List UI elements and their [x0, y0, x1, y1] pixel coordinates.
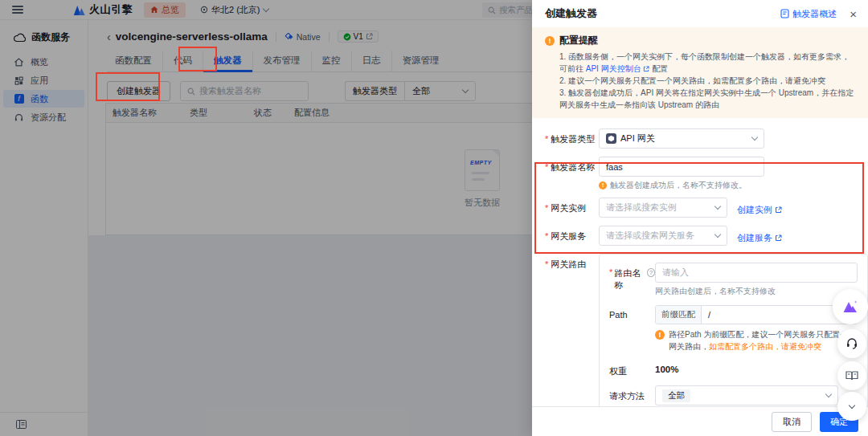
trigger-name-value: faas: [606, 162, 623, 172]
trigger-overview-label: 触发器概述: [792, 8, 837, 20]
notice-line-2: 2. 建议一个网关服务只配置一个网关路由，如需配置多个路由，请避免冲突: [545, 75, 855, 87]
field-method: 请求方法 全部: [609, 385, 858, 405]
path-warning: ! 路径Path 为前缀匹配，建议一个网关服务只配置一个网关路由，如需配置多个路…: [655, 328, 858, 352]
field-trigger-name: 触发器名称 faas ! 触发器创建成功后，名称不支持修改。: [545, 157, 855, 191]
field-label: 网关服务: [545, 226, 599, 246]
field-label: 权重: [609, 361, 655, 377]
warning-icon: !: [545, 36, 555, 46]
path-match-prefix: 前缀匹配: [656, 306, 702, 324]
close-icon[interactable]: ×: [850, 8, 857, 20]
field-label: Path: [609, 305, 655, 352]
field-gateway-route: 网关路由 路由名称 ? 请输入: [545, 254, 855, 406]
trigger-overview-link[interactable]: 触发器概述: [780, 8, 837, 20]
create-service-link[interactable]: 创建服务: [737, 226, 782, 246]
path-warning-emphasis: 如需配置多个路由，请避免冲突: [709, 342, 821, 351]
trigger-form: 触发器类型 API 网关 触发器名称: [532, 118, 868, 406]
chevron-down-icon: [714, 231, 721, 238]
gateway-route-group: 路由名称 ? 请输入 网关路由创建后，名称不支持修改: [599, 254, 868, 406]
warning-icon: !: [599, 181, 607, 189]
question-circle-icon[interactable]: ?: [647, 268, 655, 277]
notice-title: 配置提醒: [559, 34, 598, 47]
ai-assistant-button[interactable]: [833, 289, 868, 324]
route-name-placeholder: 请输入: [662, 267, 689, 279]
gateway-instance-select[interactable]: 请选择或搜索实例: [599, 198, 727, 218]
create-trigger-drawer: 创建触发器 触发器概述 × ! 配置提醒 1. 函数服务侧，一个网关实例下，每个…: [532, 0, 868, 436]
field-gateway-instance: 网关实例 请选择或搜索实例 创建实例: [545, 198, 855, 218]
method-tag: 全部: [662, 389, 690, 402]
field-label: 路由名称 ?: [609, 263, 655, 297]
drawer-footer: 取消 确定: [532, 406, 868, 436]
field-label: 网关实例: [545, 198, 599, 218]
field-label: 请求方法: [609, 385, 655, 405]
drawer-header: 创建触发器 触发器概述 ×: [532, 0, 868, 27]
trigger-type-select[interactable]: API 网关: [599, 128, 764, 149]
warning-icon: !: [655, 330, 665, 340]
field-label: 网关路由: [545, 254, 599, 406]
gateway-instance-placeholder: 请选择或搜索实例: [606, 202, 715, 214]
field-label: 触发器名称: [545, 157, 599, 191]
notice-line-1: 1. 函数服务侧，一个网关实例下，每个函数限制创建一个触发器，如有更多需求，可前…: [545, 51, 855, 75]
api-gateway-console-link[interactable]: API 网关控制台: [586, 64, 641, 73]
document-icon: [780, 9, 789, 18]
trigger-name-hint: ! 触发器创建成功后，名称不支持修改。: [599, 180, 855, 191]
chevron-down-icon: [849, 401, 855, 408]
field-route-name: 路由名称 ? 请输入 网关路由创建后，名称不支持修改: [609, 263, 858, 297]
headset-icon: [845, 337, 858, 350]
weight-value: 100%: [655, 361, 858, 377]
support-button[interactable]: [837, 329, 866, 358]
external-link-icon: [775, 234, 782, 242]
config-notice: ! 配置提醒 1. 函数服务侧，一个网关实例下，每个函数限制创建一个触发器，如有…: [532, 27, 868, 118]
field-weight: 权重 100%: [609, 361, 858, 377]
gateway-service-placeholder: 请选择或搜索网关服务: [606, 230, 715, 242]
chevron-down-icon: [714, 203, 721, 210]
open-book-icon: [845, 370, 858, 381]
notice-line-3: 3. 触发器创建成功后，API 网关将在指定网关实例中生成一个 Upstream…: [545, 87, 855, 111]
field-label: 触发器类型: [545, 128, 599, 149]
field-gateway-service: 网关服务 请选择或搜索网关服务 创建服务: [545, 226, 855, 246]
trigger-type-value: API 网关: [620, 132, 752, 145]
chevron-down-icon: [825, 391, 832, 397]
trigger-name-input[interactable]: faas: [599, 157, 764, 177]
gateway-service-select[interactable]: 请选择或搜索网关服务: [599, 226, 727, 246]
docs-button[interactable]: [837, 361, 866, 390]
screen: 火山引擎 总览 华北2 (北京) 搜索产品或文 函数服: [0, 0, 868, 436]
drawer-body: ! 配置提醒 1. 函数服务侧，一个网关实例下，每个函数限制创建一个触发器，如有…: [532, 27, 868, 406]
external-link-icon: [643, 66, 649, 72]
field-trigger-type: 触发器类型 API 网关: [545, 128, 855, 149]
path-input[interactable]: 前缀匹配 /: [655, 305, 858, 324]
cancel-button[interactable]: 取消: [772, 412, 812, 432]
route-name-hint: 网关路由创建后，名称不支持修改: [655, 286, 858, 297]
collapse-widgets-button[interactable]: [837, 392, 866, 421]
chevron-down-icon: [751, 134, 758, 141]
field-path: Path 前缀匹配 / ! 路径Path 为前缀匹配: [609, 305, 858, 352]
external-link-icon: [775, 206, 782, 214]
ai-mountain-icon: [842, 299, 858, 314]
api-gateway-icon: [606, 133, 616, 144]
request-method-select[interactable]: 全部: [655, 385, 838, 405]
drawer-title: 创建触发器: [545, 6, 780, 21]
route-name-input[interactable]: 请输入: [655, 263, 858, 283]
create-instance-link[interactable]: 创建实例: [737, 198, 782, 218]
